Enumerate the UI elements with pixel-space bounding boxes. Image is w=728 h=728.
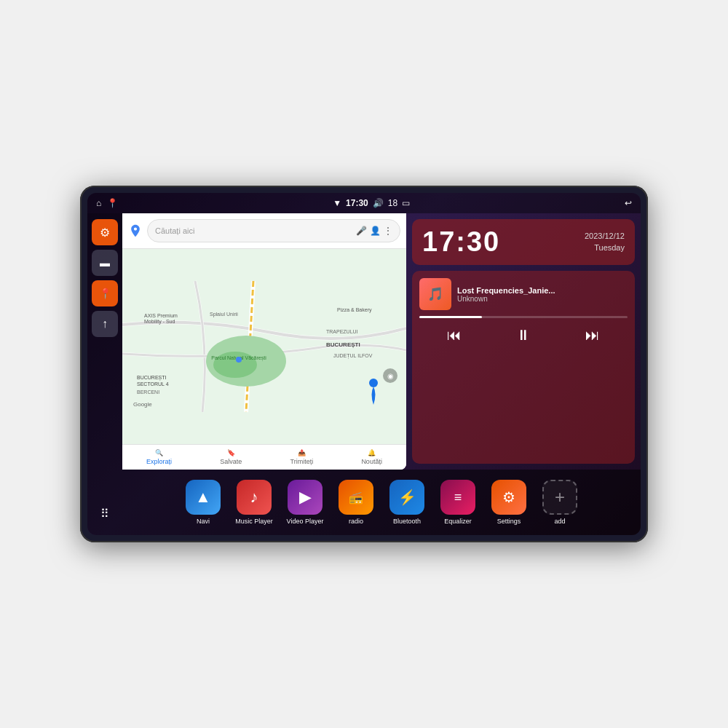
svg-text:Splaiul Unirii: Splaiul Unirii bbox=[210, 312, 238, 317]
app-grid-bar: ▲ Navi ♪ Music Player ▶ Vid bbox=[122, 470, 641, 535]
explore-label: Explorați bbox=[146, 458, 172, 465]
grid-icon: ⠿ bbox=[100, 507, 109, 521]
home-status-icon: ⌂ bbox=[96, 198, 101, 208]
sidebar-settings-btn[interactable]: ⚙ bbox=[92, 219, 118, 245]
mic-icon: 🎤 bbox=[356, 226, 367, 236]
saved-label: Salvate bbox=[220, 458, 242, 465]
account-icon: 👤 bbox=[370, 226, 381, 236]
equalizer-symbol: ≡ bbox=[454, 490, 462, 505]
radio-icon: 📻 bbox=[339, 480, 373, 515]
device-frame: ⌂ 📍 ▼ 17:30 🔊 18 ▭ ↩ ⚙ ▬ bbox=[80, 186, 648, 542]
music-player-icon: ♪ bbox=[237, 480, 272, 515]
status-time: 17:30 bbox=[346, 198, 368, 208]
right-panel: 17:30 2023/12/12 Tuesday 🎵 bbox=[406, 213, 641, 470]
music-meta: Lost Frequencies_Janie... Unknown bbox=[457, 286, 628, 303]
svg-text:BERCENI: BERCENI bbox=[137, 389, 159, 395]
pause-btn[interactable]: ⏸ bbox=[509, 324, 538, 347]
clock-date: 2023/12/12 Tuesday bbox=[585, 231, 625, 253]
sidebar-grid-btn[interactable]: ⠿ bbox=[92, 500, 118, 526]
files-icon: ▬ bbox=[100, 257, 110, 269]
svg-text:AXIS Premium: AXIS Premium bbox=[144, 313, 178, 318]
status-center: ▼ 17:30 🔊 18 ▭ bbox=[333, 198, 410, 208]
svg-text:BUCUREȘTI: BUCUREȘTI bbox=[137, 375, 167, 381]
navi-symbol: ▲ bbox=[195, 488, 211, 507]
music-progress-fill bbox=[419, 316, 482, 318]
status-right: ↩ bbox=[625, 198, 632, 208]
saved-icon: 🔖 bbox=[227, 449, 235, 456]
music-progress-bar[interactable] bbox=[419, 316, 628, 318]
music-controls: ⏮ ⏸ ⏭ bbox=[419, 324, 628, 347]
settings-label: Settings bbox=[497, 518, 521, 525]
date-value: 2023/12/12 bbox=[585, 231, 625, 242]
radio-symbol: 📻 bbox=[349, 491, 363, 505]
maps-search-input[interactable]: Căutați aici 🎤 👤 ⋮ bbox=[147, 219, 400, 242]
add-label: add bbox=[554, 518, 565, 525]
updates-label: Noutăți bbox=[361, 458, 382, 465]
app-radio[interactable]: 📻 radio bbox=[334, 480, 378, 525]
sidebar-map-btn[interactable]: 📍 bbox=[92, 280, 118, 306]
maps-search-bar: Căutați aici 🎤 👤 ⋮ bbox=[122, 213, 406, 249]
app-navi[interactable]: ▲ Navi bbox=[181, 480, 225, 525]
contribute-label: Trimiteți bbox=[290, 458, 314, 465]
svg-text:SECTORUL 4: SECTORUL 4 bbox=[137, 381, 169, 387]
map-container: Căutați aici 🎤 👤 ⋮ bbox=[122, 213, 641, 470]
navi-icon: ▲ bbox=[186, 480, 221, 515]
updates-icon: 🔔 bbox=[368, 449, 376, 456]
explore-icon: 🔍 bbox=[155, 449, 163, 456]
music-widget: 🎵 Lost Frequencies_Janie... Unknown bbox=[412, 271, 635, 464]
bluetooth-label: Bluetooth bbox=[393, 518, 421, 525]
map-svg: Splaiul Unirii TRAPEZULUI Parcul Natural… bbox=[122, 249, 406, 444]
clock-display: 17:30 bbox=[422, 226, 500, 258]
next-track-btn[interactable]: ⏭ bbox=[578, 324, 607, 347]
album-art: 🎵 bbox=[419, 278, 451, 310]
signal-icon: ▼ bbox=[333, 198, 341, 208]
equalizer-icon: ≡ bbox=[440, 480, 475, 515]
add-icon: + bbox=[542, 480, 577, 515]
app-add[interactable]: + add bbox=[538, 480, 582, 525]
sidebar-nav-btn[interactable]: ↑ bbox=[92, 311, 118, 337]
app-bluetooth[interactable]: ⚡ Bluetooth bbox=[385, 480, 429, 525]
app-music-player[interactable]: ♪ Music Player bbox=[232, 480, 276, 525]
maps-saved-btn[interactable]: 🔖 Salvate bbox=[220, 449, 242, 465]
nav-arrow-icon: ↑ bbox=[102, 317, 108, 331]
left-sidebar: ⚙ ▬ 📍 ↑ ⠿ bbox=[87, 213, 122, 535]
bluetooth-icon: ⚡ bbox=[389, 480, 424, 515]
music-info-row: 🎵 Lost Frequencies_Janie... Unknown bbox=[419, 278, 628, 310]
svg-point-15 bbox=[369, 379, 378, 387]
sidebar-files-btn[interactable]: ▬ bbox=[92, 250, 118, 276]
video-player-label: Video Player bbox=[287, 518, 324, 525]
maps-panel: Căutați aici 🎤 👤 ⋮ bbox=[122, 213, 406, 470]
more-icon: ⋮ bbox=[384, 226, 392, 236]
volume-icon: 🔊 bbox=[373, 198, 384, 208]
main-content: ⚙ ▬ 📍 ↑ ⠿ bbox=[87, 213, 641, 535]
music-artist: Unknown bbox=[457, 295, 628, 303]
svg-text:BUCUREȘTI: BUCUREȘTI bbox=[326, 341, 360, 348]
music-symbol: ♪ bbox=[250, 488, 258, 507]
radio-label: radio bbox=[349, 518, 363, 525]
svg-point-14 bbox=[236, 357, 242, 363]
maps-view[interactable]: Splaiul Unirii TRAPEZULUI Parcul Natural… bbox=[122, 249, 406, 444]
video-player-icon: ▶ bbox=[288, 480, 323, 515]
maps-explore-btn[interactable]: 🔍 Explorați bbox=[146, 449, 172, 465]
video-symbol: ▶ bbox=[299, 488, 312, 507]
music-player-label: Music Player bbox=[235, 518, 273, 525]
svg-text:Mobility - Sud: Mobility - Sud bbox=[144, 319, 175, 325]
add-symbol: + bbox=[555, 487, 565, 507]
svg-text:Google: Google bbox=[133, 401, 152, 408]
app-settings[interactable]: ⚙ Settings bbox=[487, 480, 531, 525]
map-pin-icon: 📍 bbox=[99, 288, 111, 299]
back-icon[interactable]: ↩ bbox=[625, 198, 632, 208]
app-video-player[interactable]: ▶ Video Player bbox=[283, 480, 327, 525]
battery-level: 18 bbox=[388, 198, 397, 208]
maps-contribute-btn[interactable]: 📤 Trimiteți bbox=[290, 449, 314, 465]
clock-widget: 17:30 2023/12/12 Tuesday bbox=[412, 219, 635, 265]
google-maps-logo bbox=[128, 223, 143, 238]
app-equalizer[interactable]: ≡ Equalizer bbox=[436, 480, 480, 525]
maps-bottom-bar: 🔍 Explorați 🔖 Salvate 📤 Trimiteți bbox=[122, 444, 406, 470]
day-value: Tuesday bbox=[585, 242, 625, 253]
prev-track-btn[interactable]: ⏮ bbox=[440, 324, 469, 347]
device-screen: ⌂ 📍 ▼ 17:30 🔊 18 ▭ ↩ ⚙ ▬ bbox=[87, 193, 641, 535]
bluetooth-symbol: ⚡ bbox=[398, 488, 416, 506]
battery-icon: ▭ bbox=[402, 198, 410, 208]
maps-updates-btn[interactable]: 🔔 Noutăți bbox=[361, 449, 382, 465]
